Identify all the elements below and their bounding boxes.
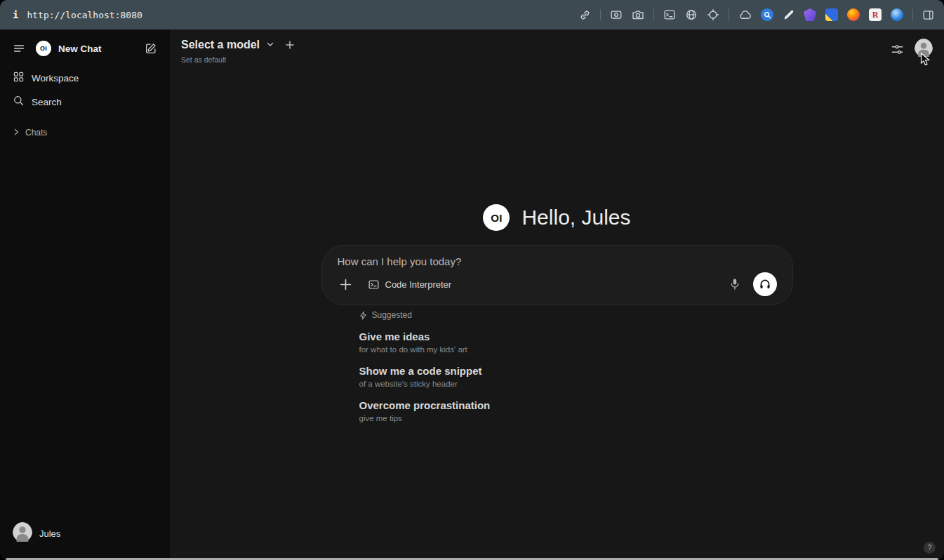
chats-label: Chats [25, 128, 47, 138]
suggestion-title: Show me a code snippet [359, 365, 780, 377]
chevron-down-icon [266, 39, 274, 51]
url-bar[interactable]: http://localhost:8080 [27, 10, 142, 20]
toolbar-separator [653, 9, 654, 20]
code-interpreter-icon [368, 279, 380, 291]
sidebar-title: New Chat [58, 44, 102, 54]
headphones-icon [759, 278, 771, 291]
sidebar-item-search[interactable]: Search [7, 90, 163, 114]
user-name: Jules [39, 528, 60, 539]
suggested-label: Suggested [372, 310, 412, 320]
browser-toolbar-icons: R [579, 8, 934, 21]
cloud-icon[interactable] [738, 10, 752, 20]
suggestion-item[interactable]: Overcome procrastination give me tips [359, 399, 780, 422]
suggestion-item[interactable]: Show me a code snippet of a website's st… [359, 365, 780, 388]
sidebar-toggle-icon[interactable] [11, 41, 27, 56]
app-logo-large: OI [483, 204, 510, 231]
suggestion-title: Overcome procrastination [359, 399, 780, 411]
model-selector[interactable]: Select a model [181, 39, 295, 51]
search-icon [13, 95, 25, 109]
sidebar-section-chats[interactable]: Chats [7, 124, 163, 142]
suggestion-subtitle: give me tips [359, 414, 780, 422]
crosshair-icon[interactable] [707, 8, 719, 21]
suggestion-subtitle: of a website's sticky header [359, 380, 780, 388]
suggestion-item[interactable]: Give me ideas for what to do with my kid… [359, 331, 780, 354]
greeting-area: OI Hello, Jules [170, 204, 944, 231]
workspace-icon [13, 71, 25, 85]
profile-avatar[interactable] [915, 39, 933, 60]
bolt-icon [359, 311, 367, 320]
help-button[interactable]: ? [924, 542, 936, 554]
add-model-icon[interactable] [285, 40, 295, 50]
code-interpreter-label: Code Interpreter [385, 279, 452, 290]
attach-plus-icon[interactable] [338, 276, 354, 293]
split-view-icon[interactable] [922, 9, 934, 21]
chevron-right-icon [13, 128, 20, 138]
sidebar-header: OI New Chat [7, 38, 163, 59]
browser-chrome-bar: i http://localhost:8080 [0, 0, 944, 29]
greeting-text: Hello, Jules [521, 206, 630, 229]
info-icon[interactable]: i [13, 9, 18, 20]
camera-icon[interactable] [632, 8, 644, 21]
toolbar-separator [912, 9, 913, 20]
code-interpreter-toggle[interactable]: Code Interpreter [362, 276, 458, 293]
suggestion-subtitle: for what to do with my kids' art [359, 345, 780, 354]
chat-input[interactable] [338, 255, 777, 267]
microphone-icon[interactable] [728, 276, 742, 292]
terminal-icon[interactable] [663, 8, 676, 21]
set-as-default-button[interactable]: Set as default [181, 55, 295, 64]
model-selector-label: Select a model [181, 39, 260, 51]
link-icon[interactable] [579, 9, 591, 21]
search-badge-icon[interactable] [761, 8, 773, 21]
app-logo: OI [36, 41, 51, 56]
app-icon-blue-circle[interactable] [891, 8, 903, 21]
chat-input-box[interactable]: Code Interpreter [321, 245, 793, 305]
main-panel: Select a model Set as default [170, 29, 944, 560]
globe-icon[interactable] [685, 8, 698, 21]
model-selector-area: Select a model Set as default [181, 39, 295, 64]
user-menu[interactable]: Jules [7, 516, 163, 550]
suggestion-title: Give me ideas [359, 331, 780, 342]
new-chat-icon[interactable] [143, 41, 159, 56]
sidebar-item-workspace[interactable]: Workspace [7, 66, 163, 90]
chat-input-controls: Code Interpreter [338, 272, 777, 296]
voice-call-button[interactable] [753, 272, 777, 296]
toolbar-separator [600, 9, 601, 20]
suggested-prompts: Suggested Give me ideas for what to do w… [359, 310, 780, 434]
browser-window: i http://localhost:8080 [0, 0, 944, 560]
sidebar: OI New Chat Workspace Search [0, 29, 170, 560]
toolbar-separator [729, 9, 729, 20]
suggested-header: Suggested [359, 310, 780, 320]
open-webui-app: OI New Chat Workspace Search [0, 29, 944, 560]
firefox-icon[interactable] [847, 8, 860, 21]
app-icon-purple[interactable] [804, 8, 816, 21]
controls-settings-icon[interactable] [889, 41, 905, 58]
app-icon-blue-yellow[interactable] [825, 8, 838, 21]
user-avatar [13, 522, 32, 545]
sidebar-item-label: Search [32, 97, 62, 107]
sidebar-item-label: Workspace [32, 73, 79, 84]
pencil-icon[interactable] [783, 9, 795, 21]
main-header-controls [889, 39, 933, 60]
capture-region-icon[interactable] [610, 8, 623, 21]
app-icon-r[interactable]: R [869, 8, 882, 21]
